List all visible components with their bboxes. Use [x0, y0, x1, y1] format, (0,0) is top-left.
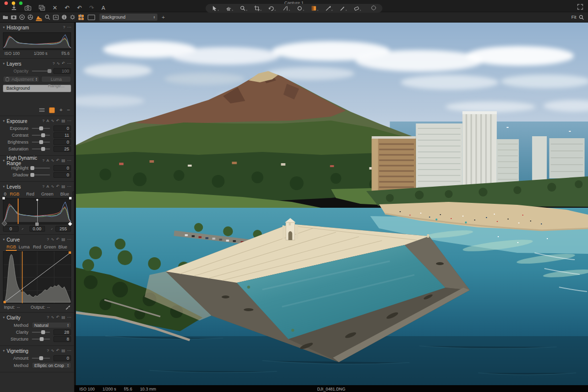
reset-icon[interactable]: ↶: [56, 119, 60, 123]
curve-tab-green[interactable]: Green: [44, 244, 56, 250]
collapse-chevron-icon[interactable]: ▾: [3, 119, 5, 123]
help-icon[interactable]: ?: [42, 119, 44, 123]
structure-slider[interactable]: [32, 339, 50, 340]
layer-list-empty[interactable]: [0, 92, 74, 107]
presets-icon[interactable]: ▤: [61, 316, 65, 319]
luma-range-button[interactable]: Luma Range...: [41, 76, 71, 82]
eraser-tool[interactable]: [354, 5, 361, 11]
proof-view-icon[interactable]: [88, 15, 95, 20]
amount-value[interactable]: 0: [53, 355, 71, 361]
collapse-chevron-icon[interactable]: ▾: [3, 25, 5, 29]
help-icon[interactable]: ?: [47, 238, 49, 242]
select-tool[interactable]: [212, 5, 219, 11]
draw-mask-icon[interactable]: ∿: [57, 62, 60, 66]
tab-info-icon[interactable]: [61, 13, 67, 21]
opacity-slider[interactable]: [32, 71, 50, 72]
levels-tab-blue[interactable]: Blue: [57, 192, 73, 196]
image-viewer[interactable]: [74, 23, 588, 385]
redo-icon[interactable]: ↷: [89, 5, 94, 11]
collapse-chevron-icon[interactable]: ▾: [3, 349, 5, 353]
more-icon[interactable]: ⋯: [67, 159, 71, 163]
shadow-slider[interactable]: [32, 174, 50, 175]
highlight-slider[interactable]: [32, 168, 50, 169]
brightness-value[interactable]: 0: [53, 139, 71, 145]
tab-capture-icon[interactable]: [11, 13, 17, 21]
help-icon[interactable]: ?: [63, 25, 65, 29]
auto-adjust-icon[interactable]: A: [47, 185, 49, 189]
versions-icon[interactable]: [39, 5, 45, 11]
curve-header[interactable]: ▾ Curve ? ∿ ↶ ▤ ⋯: [0, 236, 74, 243]
collapse-chevron-icon[interactable]: ▾: [3, 316, 5, 319]
histogram-header[interactable]: ▾ Histogram ? ⋯: [0, 24, 74, 31]
copy-adjustments-icon[interactable]: ∿: [51, 238, 54, 242]
structure-value[interactable]: 8: [53, 336, 71, 342]
curve-tab-luma[interactable]: Luma: [18, 244, 30, 250]
more-icon[interactable]: ⋯: [67, 119, 71, 123]
opacity-value[interactable]: 100: [53, 68, 71, 74]
shadow-value[interactable]: 0: [53, 172, 71, 178]
levels-midtone-handle[interactable]: [35, 222, 39, 226]
presets-icon[interactable]: ▤: [61, 349, 65, 353]
reset-icon[interactable]: ↶: [56, 159, 60, 163]
capture-icon[interactable]: [24, 5, 31, 11]
reset-icon[interactable]: ↶: [56, 349, 60, 353]
saturation-slider[interactable]: [32, 148, 50, 149]
photo-canvas[interactable]: [76, 23, 588, 385]
levels-header[interactable]: ▾ Levels ? A ∿ ↶ ▤ ⋯: [0, 183, 74, 190]
saturation-value[interactable]: 25: [53, 146, 71, 152]
help-icon[interactable]: ?: [42, 159, 44, 163]
curve-picker-icon[interactable]: [65, 305, 70, 310]
loupe-tool[interactable]: [240, 5, 247, 11]
brush-tool[interactable]: [340, 5, 347, 11]
vignetting-method-dropdown[interactable]: Elliptic on Crop ▴▾: [32, 362, 71, 368]
zoom-magnifier-icon[interactable]: [579, 15, 584, 20]
levels-shadow-value[interactable]: 0: [3, 226, 19, 232]
clarity-method-dropdown[interactable]: Natural ▴▾: [32, 322, 71, 328]
presets-icon[interactable]: ▤: [61, 119, 65, 123]
layer-select-dropdown[interactable]: Background ▴▾: [99, 13, 158, 21]
curve-tab-blue[interactable]: Blue: [56, 244, 69, 250]
reset-icon[interactable]: ↶: [56, 238, 60, 242]
auto-adjust-icon[interactable]: A: [47, 119, 49, 123]
presets-icon[interactable]: ▤: [61, 238, 65, 242]
exposure-slider[interactable]: [32, 128, 50, 129]
help-icon[interactable]: ?: [52, 62, 54, 66]
help-icon[interactable]: ?: [47, 349, 49, 353]
undo-icon[interactable]: ↶: [77, 5, 82, 11]
tab-details-icon[interactable]: [45, 13, 50, 21]
help-icon[interactable]: ?: [42, 185, 44, 189]
more-icon[interactable]: ⋯: [67, 25, 71, 29]
collapse-chevron-icon[interactable]: ▾: [3, 185, 5, 189]
copy-adjustments-icon[interactable]: ∿: [51, 185, 54, 189]
levels-midtone-dot[interactable]: [36, 199, 38, 201]
contrast-value[interactable]: 11: [53, 132, 71, 138]
help-icon[interactable]: ?: [47, 316, 49, 319]
fullscreen-icon[interactable]: [577, 4, 583, 11]
delete-icon[interactable]: ✕: [52, 5, 57, 11]
remove-layer-icon[interactable]: −: [67, 107, 70, 113]
clarity-header[interactable]: ▾ Clarity ? ∿ ↶ ▤ ⋯: [0, 314, 74, 321]
levels-tab-rgb[interactable]: RGB: [6, 192, 23, 196]
import-icon[interactable]: [11, 4, 17, 11]
spot-removal-tool[interactable]: [297, 5, 304, 11]
add-layer-icon[interactable]: +: [59, 107, 62, 113]
collapse-chevron-icon[interactable]: ▾: [3, 159, 5, 163]
levels-midtone-value[interactable]: 0.00: [29, 226, 45, 232]
more-icon[interactable]: ⋯: [67, 316, 71, 319]
curve-tab-red[interactable]: Red: [30, 244, 43, 250]
collapse-chevron-icon[interactable]: ▾: [3, 238, 5, 242]
reset-icon[interactable]: ↶: [56, 185, 60, 189]
reset-adjustments-icon[interactable]: ↶: [65, 5, 70, 11]
gradient-mask-tool-selected[interactable]: [311, 5, 318, 11]
adjustment-dropdown[interactable]: Adjustment ▴▾: [3, 76, 39, 82]
copy-adjustments-icon[interactable]: ∿: [51, 159, 54, 163]
tab-adjustments-icon[interactable]: [53, 13, 59, 21]
highlight-value[interactable]: 0: [53, 165, 71, 171]
annotations-icon[interactable]: A: [101, 5, 105, 11]
draw-mask-tool[interactable]: [325, 5, 333, 11]
copy-adjustments-icon[interactable]: ∿: [51, 349, 54, 353]
tab-lens-icon[interactable]: [19, 13, 25, 21]
shadow-picker-icon[interactable]: [22, 226, 24, 231]
rotate-tool[interactable]: [269, 5, 276, 11]
crop-tool[interactable]: [254, 5, 262, 11]
